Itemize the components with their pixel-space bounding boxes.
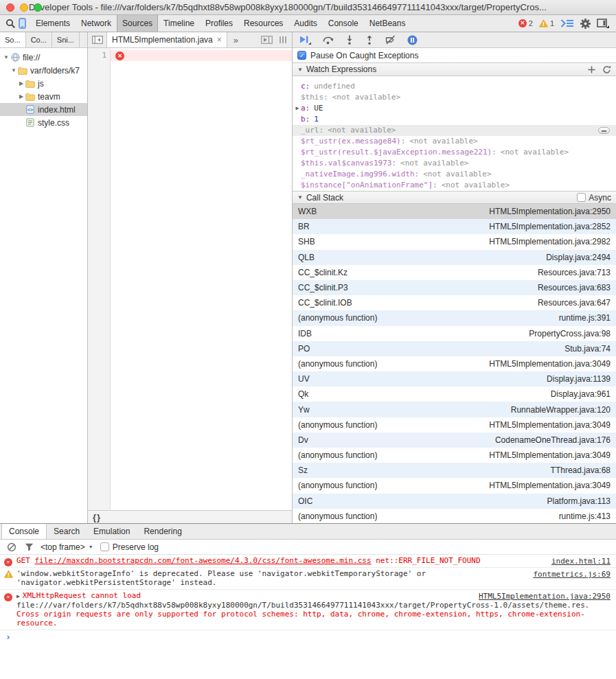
console-drawer-icon[interactable]: [560, 19, 574, 27]
call-stack-frame[interactable]: SHBHTML5Implementation.java:2982: [293, 234, 616, 249]
collapsed-icon[interactable]: ▶: [18, 80, 25, 87]
line-number[interactable]: 1: [88, 50, 106, 61]
tab-audits[interactable]: Audits: [288, 15, 322, 32]
watch-expression[interactable]: b:1: [293, 114, 616, 125]
console-tab-rendering[interactable]: Rendering: [137, 524, 188, 539]
tab-profiles[interactable]: Profiles: [200, 15, 238, 32]
clear-console-icon[interactable]: [7, 542, 16, 552]
pretty-print-button[interactable]: {}: [93, 512, 101, 522]
filter-funnel-icon[interactable]: [25, 543, 34, 551]
step-over-icon[interactable]: [323, 36, 334, 45]
call-stack-frame[interactable]: (anonymous function)HTML5Implementation.…: [293, 417, 616, 433]
tab-console[interactable]: Console: [323, 15, 364, 32]
call-stack-frame[interactable]: QLBDisplay.java:2494: [293, 250, 616, 265]
gear-icon[interactable]: [580, 19, 591, 29]
tab-elements[interactable]: Elements: [30, 15, 76, 32]
call-stack-frame[interactable]: CC_$clinit.P3Resources.java:683: [293, 280, 616, 295]
watch-expression[interactable]: $rt_ustr(ex.message84):<not available>: [293, 136, 616, 147]
console-prompt[interactable]: ›: [0, 630, 616, 643]
message-source-link[interactable]: HTML5Implementation.java:2950: [479, 592, 611, 601]
message-source-link[interactable]: fontmetrics.js:69: [533, 570, 611, 579]
call-stack-frame[interactable]: QkDisplay.java:961: [293, 387, 616, 402]
dock-side-icon[interactable]: [597, 19, 609, 28]
console-tab-emulation[interactable]: Emulation: [87, 524, 137, 539]
call-stack-frame[interactable]: BRHTML5Implementation.java:2852: [293, 219, 616, 234]
call-stack-frame[interactable]: UVDisplay.java:1139: [293, 371, 616, 387]
pause-on-exceptions-icon[interactable]: [407, 35, 418, 45]
watch-expression[interactable]: _url:<not available>: [293, 125, 616, 136]
delete-watch-button[interactable]: [598, 127, 610, 134]
panel-play-icon[interactable]: [261, 36, 273, 44]
tree-item-js[interactable]: ▶js: [0, 77, 87, 90]
more-tabs-button[interactable]: »: [227, 32, 244, 47]
zoom-window-button[interactable]: [34, 3, 42, 12]
preserve-log-checkbox[interactable]: [100, 542, 109, 551]
call-stack-frame[interactable]: SzTThread.java:68: [293, 463, 616, 478]
tree-item-style-css[interactable]: style.css: [0, 116, 87, 129]
error-count-badge[interactable]: ✕2: [518, 19, 533, 27]
tab-resources[interactable]: Resources: [238, 15, 288, 32]
resume-icon[interactable]: [299, 35, 311, 45]
frame-selector[interactable]: <top frame> ▼: [41, 542, 93, 552]
call-stack-frame[interactable]: CC_$clinit.KzResources.java:713: [293, 265, 616, 280]
editor-tab[interactable]: HTML5Implementation.java ×: [107, 32, 227, 47]
call-stack-frame[interactable]: (anonymous function)HTML5Implementation.…: [293, 478, 616, 493]
columns-icon[interactable]: [279, 36, 287, 44]
expand-message-icon[interactable]: ▶: [16, 593, 20, 599]
console-tab-search[interactable]: Search: [47, 524, 87, 539]
message-url-link[interactable]: file://maxcdn.bootstrapcdn.com/font-awes…: [35, 556, 372, 565]
minimize-window-button[interactable]: [20, 3, 28, 12]
step-into-icon[interactable]: [345, 35, 354, 45]
deactivate-breakpoints-icon[interactable]: [385, 35, 396, 45]
watch-expression[interactable]: _nativeImage.img996.width:<not available…: [293, 169, 616, 180]
tree-item-index-html[interactable]: <>index.html: [0, 103, 87, 116]
call-stack-frame[interactable]: YwRunnableWrapper.java:120: [293, 402, 616, 417]
watch-expression[interactable]: $this:<not available>: [293, 92, 616, 103]
code-area[interactable]: ✕: [111, 48, 292, 510]
call-stack-frame[interactable]: (anonymous function)runtime.js:391: [293, 310, 616, 325]
toggle-navigator-button[interactable]: [88, 32, 107, 47]
tree-item-var-folders-k7[interactable]: ▼var/folders/k7: [0, 64, 87, 77]
device-mode-icon[interactable]: [19, 18, 26, 29]
collapsed-icon[interactable]: ▶: [294, 103, 301, 114]
watch-expression[interactable]: ▶a:UE: [293, 103, 616, 114]
call-stack-frame[interactable]: OICPlatform.java:113: [293, 494, 616, 509]
line-error-icon[interactable]: ✕: [115, 51, 124, 60]
watch-expression[interactable]: c:undefined: [293, 81, 616, 92]
collapse-icon[interactable]: ▼: [297, 67, 303, 73]
search-icon[interactable]: [5, 18, 16, 29]
expanded-icon[interactable]: ▼: [10, 67, 17, 73]
call-stack-frame[interactable]: DvCodenameOneThread.java:176: [293, 433, 616, 448]
watch-expressions-header[interactable]: ▼ Watch Expressions: [293, 63, 616, 76]
tab-netbeans[interactable]: NetBeans: [364, 15, 411, 32]
tab-sources[interactable]: Sources: [117, 15, 158, 32]
call-stack-frame[interactable]: (anonymous function)runtime.js:413: [293, 509, 616, 523]
navigator-tab-1[interactable]: Co...: [26, 32, 52, 47]
tab-network[interactable]: Network: [76, 15, 117, 32]
collapse-icon[interactable]: ▼: [297, 194, 303, 200]
call-stack-frame[interactable]: CC_$clinit.IOBResources.java:647: [293, 295, 616, 310]
tab-timeline[interactable]: Timeline: [158, 15, 200, 32]
close-tab-icon[interactable]: ×: [217, 35, 222, 45]
call-stack-frame[interactable]: (anonymous function)HTML5Implementation.…: [293, 448, 616, 463]
async-checkbox[interactable]: [577, 193, 586, 202]
console-tab-console[interactable]: Console: [1, 524, 47, 539]
step-out-icon[interactable]: [365, 35, 374, 45]
line-number-gutter[interactable]: 1: [88, 48, 111, 510]
tree-item-file-[interactable]: ▼file://: [0, 51, 87, 64]
tree-item-teavm[interactable]: ▶teavm: [0, 90, 87, 103]
close-window-button[interactable]: [6, 3, 14, 12]
message-source-link[interactable]: index.html:11: [551, 557, 611, 566]
navigator-tab-0[interactable]: So...: [0, 32, 26, 47]
watch-expression[interactable]: $rt_ustr(result.$javaException.message22…: [293, 147, 616, 158]
collapsed-icon[interactable]: ▶: [18, 93, 25, 100]
refresh-icon[interactable]: [602, 65, 611, 74]
expanded-icon[interactable]: ▼: [3, 54, 10, 60]
call-stack-frame[interactable]: (anonymous function)HTML5Implementation.…: [293, 356, 616, 371]
watch-expression[interactable]: $instance["onAnimationFrame"]:<not avail…: [293, 180, 616, 191]
warning-count-badge[interactable]: !1: [539, 19, 554, 27]
navigator-tab-2[interactable]: Sni...: [52, 32, 80, 47]
watch-expression[interactable]: $this.val$canvas1973:<not available>: [293, 158, 616, 169]
plus-icon[interactable]: [588, 66, 595, 73]
call-stack-frame[interactable]: WXBHTML5Implementation.java:2950: [293, 204, 616, 219]
